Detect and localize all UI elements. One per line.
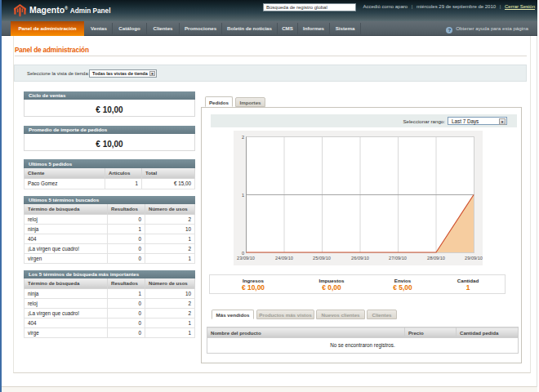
svg-text:26/09/10: 26/09/10 — [351, 256, 369, 261]
svg-text:29/09/10: 29/09/10 — [465, 256, 483, 261]
svg-text:28/09/10: 28/09/10 — [427, 256, 445, 261]
svg-text:27/09/10: 27/09/10 — [389, 256, 407, 261]
svg-text:1: 1 — [242, 193, 244, 198]
svg-text:23/09/10: 23/09/10 — [237, 256, 255, 261]
svg-text:2: 2 — [242, 135, 244, 140]
svg-text:25/09/10: 25/09/10 — [313, 256, 331, 261]
svg-text:24/09/10: 24/09/10 — [275, 256, 293, 261]
